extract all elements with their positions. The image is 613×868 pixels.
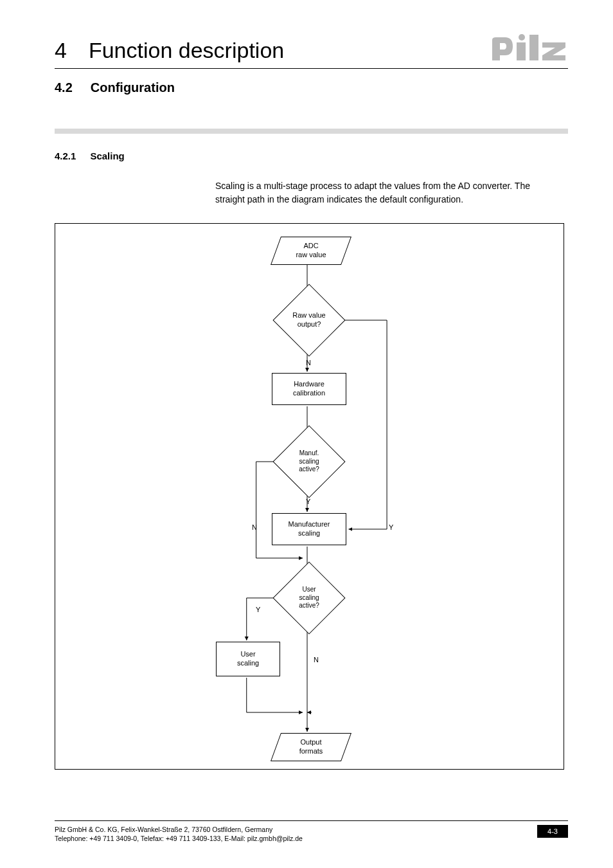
flowchart-container: ADC raw value Raw value output? N Y Hard…	[55, 223, 564, 770]
svg-rect-1	[517, 42, 526, 60]
footer-contact: Telephone: +49 711 3409-0, Telefax: +49 …	[55, 834, 303, 844]
flow-text: scaling	[289, 529, 330, 538]
body-paragraph: Scaling is a multi-stage process to adap…	[215, 179, 555, 206]
subsection-title: Scaling	[90, 150, 124, 161]
flow-text: Raw value	[292, 311, 325, 320]
flow-text: User	[299, 586, 319, 594]
flow-text: scaling	[299, 594, 319, 602]
page-number-badge: 4-3	[537, 825, 568, 838]
flow-label-n: N	[252, 523, 257, 531]
flow-text: Manuf.	[299, 449, 319, 458]
footer-address: Pilz GmbH & Co. KG, Felix-Wankel-Straße …	[55, 825, 303, 835]
flow-label-y: Y	[389, 523, 393, 531]
flow-node-user-scaling-decision: User scaling active?	[272, 561, 345, 634]
flow-label-n: N	[306, 359, 311, 366]
flow-node-hardware-calibration: Hardware calibration	[272, 373, 346, 405]
section-heading: 4.2 Configuration	[55, 80, 568, 95]
subsection-heading: 4.2.1 Scaling	[55, 150, 568, 161]
pilz-logo-icon	[491, 32, 568, 66]
flow-node-raw-output-decision: Raw value output?	[272, 284, 345, 356]
flow-label-y: Y	[306, 498, 310, 505]
section-divider	[55, 129, 568, 134]
flow-node-manufacturer-scaling: Manufacturer scaling	[272, 513, 346, 545]
chapter-heading: 4 Function description	[55, 38, 284, 63]
flow-text: Manufacturer	[289, 520, 330, 529]
svg-point-0	[519, 34, 525, 41]
flow-text: formats	[299, 747, 323, 756]
flow-text: Output	[299, 738, 323, 747]
flow-text: active?	[299, 466, 319, 474]
flow-text: calibration	[293, 389, 325, 398]
flow-text: ADC	[296, 242, 326, 251]
section-number: 4.2	[55, 80, 73, 95]
flow-label-n: N	[314, 656, 319, 664]
flow-text: scaling	[299, 458, 319, 466]
page-footer: Pilz GmbH & Co. KG, Felix-Wankel-Straße …	[55, 820, 568, 844]
flow-node-output-formats: Output formats	[271, 733, 351, 761]
flow-label-y: Y	[256, 606, 260, 613]
flow-text: output?	[292, 320, 325, 329]
subsection-number: 4.2.1	[55, 150, 76, 161]
flow-text: raw value	[296, 251, 326, 260]
flow-text: User	[237, 650, 259, 659]
page-header: 4 Function description	[55, 32, 568, 69]
svg-rect-2	[529, 35, 538, 60]
chapter-number: 4	[55, 38, 67, 63]
flow-text: scaling	[237, 659, 259, 668]
chapter-title: Function description	[89, 38, 284, 63]
flow-node-adc-raw: ADC raw value	[271, 237, 351, 265]
section-title: Configuration	[91, 80, 175, 95]
flow-text: Hardware	[293, 380, 325, 389]
flow-node-user-scaling: User scaling	[216, 642, 280, 676]
flow-text: active?	[299, 602, 319, 610]
flow-node-manuf-scaling-decision: Manuf. scaling active?	[272, 425, 345, 498]
